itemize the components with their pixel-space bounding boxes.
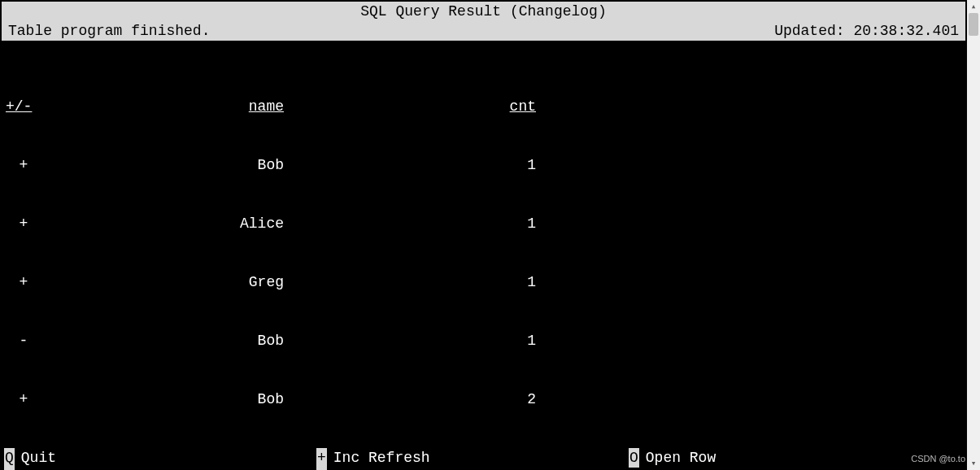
terminal-window: SQL Query Result (Changelog) Table progr… (0, 0, 967, 470)
watermark: CSDN @to.to (911, 449, 965, 468)
table-row[interactable]: + Bob 2 (6, 389, 961, 409)
cell-cnt: 1 (302, 331, 538, 350)
cell-op: + (6, 272, 41, 292)
cell-name: Alice (41, 214, 285, 233)
title-bar: SQL Query Result (Changelog) (1, 1, 966, 21)
scrollbar[interactable]: ▴ ▾ (967, 0, 980, 470)
window-title: SQL Query Result (Changelog) (360, 3, 606, 20)
key-hint-inc-refresh[interactable]: + Inc Refresh (316, 448, 629, 468)
cell-cnt: 1 (302, 272, 538, 292)
cell-cnt: 2 (302, 389, 538, 409)
result-content: +/- name cnt + Bob 1 + Alice 1 + Greg 1 … (1, 41, 966, 448)
status-message: Table program finished. (8, 21, 210, 41)
keycap: O (629, 448, 639, 468)
cell-name: Greg (41, 272, 285, 292)
table-row[interactable]: + Alice 1 (6, 214, 961, 233)
footer-keymap: Q Quit + Inc Refresh O Open Row R Refres… (1, 448, 966, 470)
key-hint-quit[interactable]: Q Quit (4, 448, 316, 468)
cell-cnt: 1 (302, 214, 538, 233)
keylabel: Quit (21, 448, 56, 468)
cell-op: + (6, 155, 41, 175)
col-header-cnt: cnt (302, 97, 538, 116)
cell-op: - (6, 331, 41, 350)
keylabel: Inc Refresh (333, 448, 430, 468)
col-header-name: name (41, 97, 285, 116)
cell-cnt: 1 (302, 155, 538, 175)
table-row[interactable]: - Bob 1 (6, 331, 961, 350)
col-header-op: +/- (6, 97, 41, 116)
scroll-thumb[interactable] (969, 13, 978, 36)
table-header-row: +/- name cnt (6, 97, 961, 116)
status-bar: Table program finished. Updated: 20:38:3… (1, 21, 966, 41)
status-updated: Updated: 20:38:32.401 (774, 21, 959, 41)
cell-op: + (6, 214, 41, 233)
cell-name: Bob (41, 331, 285, 350)
table-row[interactable]: + Greg 1 (6, 272, 961, 292)
cell-name: Bob (41, 389, 285, 409)
table-row[interactable]: + Bob 1 (6, 155, 961, 175)
keycap: Q (4, 448, 15, 468)
footer-row: Q Quit + Inc Refresh O Open Row (4, 448, 963, 468)
keycap: + (316, 448, 327, 468)
scroll-down-button[interactable]: ▾ (967, 457, 980, 470)
keylabel: Open Row (646, 448, 716, 468)
cell-op: + (6, 389, 41, 409)
cell-name: Bob (41, 155, 285, 175)
scroll-up-button[interactable]: ▴ (967, 0, 980, 13)
